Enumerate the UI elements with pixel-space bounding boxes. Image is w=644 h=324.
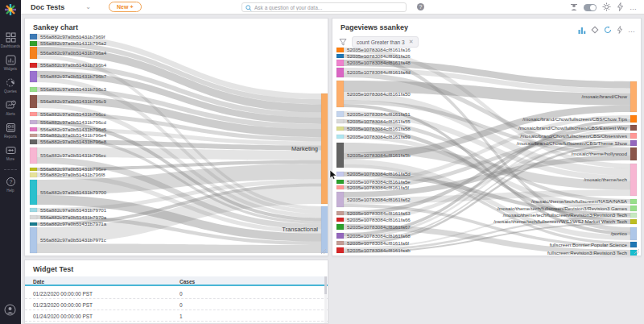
column-header-cases[interactable]: Cases bbox=[180, 279, 195, 285]
sidebar-item-alerts[interactable]: Alerts bbox=[0, 100, 21, 116]
sankey-node-left[interactable] bbox=[30, 47, 37, 59]
filter-chip[interactable]: count Greater than 3 ✕ bbox=[352, 36, 419, 48]
search-input[interactable] bbox=[254, 5, 399, 10]
sankey-node-left[interactable] bbox=[30, 168, 37, 171]
sankey-node-left[interactable] bbox=[336, 81, 344, 107]
app-logo-icon[interactable] bbox=[4, 3, 17, 19]
sankey-node-left[interactable] bbox=[336, 218, 344, 222]
search-help-icon[interactable]: ? bbox=[417, 3, 424, 10]
sankey-node-label: /mosaic/theme/tech/fullscreen/NASA/NASA bbox=[531, 198, 628, 204]
sankey-node-left[interactable] bbox=[30, 63, 37, 68]
sankey-node-left[interactable] bbox=[336, 68, 344, 77]
sidebar-item-widgets[interactable]: Widgets bbox=[0, 55, 21, 71]
sankey-node-left[interactable] bbox=[336, 54, 344, 58]
sankey-node-right[interactable] bbox=[630, 147, 637, 160]
sankey-node-left[interactable] bbox=[336, 172, 344, 177]
widget-menu-icon[interactable]: … bbox=[628, 27, 636, 33]
sankey-node-left[interactable] bbox=[336, 127, 344, 131]
sankey-node-left[interactable] bbox=[336, 241, 344, 245]
sankey-node-left[interactable] bbox=[336, 60, 344, 66]
sankey-node-right[interactable] bbox=[630, 125, 637, 131]
sankey-node-left[interactable] bbox=[30, 147, 37, 164]
sankey-node-left[interactable] bbox=[336, 233, 344, 239]
sankey-node-left[interactable] bbox=[30, 180, 37, 205]
sankey-node-left[interactable] bbox=[336, 211, 344, 215]
sankey-node-right[interactable] bbox=[321, 206, 328, 253]
sankey-node-right[interactable] bbox=[630, 219, 637, 224]
sidebar-item-help[interactable]: ? Help bbox=[0, 177, 21, 193]
sankey-node-right[interactable] bbox=[630, 81, 637, 112]
new-button[interactable]: New + bbox=[109, 2, 141, 12]
sankey-node-left[interactable] bbox=[336, 119, 344, 123]
sankey-node-right[interactable] bbox=[630, 199, 637, 204]
sankey-node-left[interactable] bbox=[30, 41, 37, 46]
sankey-node-left[interactable] bbox=[30, 134, 37, 137]
edit-mode-toggle[interactable] bbox=[584, 4, 597, 11]
funnel-icon[interactable] bbox=[339, 35, 347, 49]
widget-test-table: Widget Test Date Cases 01/22/2020 00:00:… bbox=[24, 260, 328, 324]
sankey-node-label: 556a882c97a0b51431b796b4 bbox=[40, 62, 107, 68]
sankey-node-left[interactable] bbox=[30, 139, 37, 144]
sankey-link[interactable] bbox=[37, 243, 321, 253]
sankey-node-right[interactable] bbox=[630, 133, 637, 139]
column-header-date[interactable]: Date bbox=[33, 279, 44, 285]
sankey-node-label: 52035e10783084cf8161fa5d bbox=[347, 171, 411, 177]
sankey-node-left[interactable] bbox=[30, 34, 37, 39]
refresh-icon[interactable] bbox=[604, 23, 612, 37]
resize-grip-icon[interactable] bbox=[321, 249, 326, 254]
sankey-node-left[interactable] bbox=[336, 111, 344, 117]
sankey-node-left[interactable] bbox=[336, 247, 344, 253]
table-row[interactable]: 01/22/2020 00:00:00 PST0 bbox=[25, 288, 328, 299]
more-options-icon[interactable]: … bbox=[630, 4, 638, 10]
sankey-node-left[interactable] bbox=[30, 222, 37, 226]
sankey-node-left[interactable] bbox=[30, 127, 37, 131]
chart-type-icon[interactable] bbox=[578, 23, 586, 37]
sankey-node-left[interactable] bbox=[336, 143, 344, 168]
resize-grip-icon[interactable] bbox=[634, 249, 639, 254]
sidebar-item-more[interactable]: More bbox=[0, 145, 21, 161]
sankey-node-left[interactable] bbox=[30, 172, 37, 177]
sankey-chart-left: 556a882c97a0b51431b7969f556a882c97a0b514… bbox=[25, 19, 328, 255]
lightning-icon[interactable] bbox=[617, 0, 624, 15]
sankey-node-right[interactable] bbox=[630, 242, 637, 247]
lightning-icon[interactable] bbox=[617, 23, 623, 37]
svg-text:?: ? bbox=[9, 179, 12, 185]
sankey-node-label: 52035e10783084cf8161fa59 bbox=[347, 134, 411, 139]
sankey-node-left[interactable] bbox=[336, 224, 344, 230]
viewer-icon[interactable] bbox=[570, 0, 578, 15]
sankey-node-left[interactable] bbox=[30, 87, 37, 92]
sankey-node-right[interactable] bbox=[630, 140, 637, 146]
sankey-node-right[interactable] bbox=[630, 164, 637, 196]
chevron-down-icon[interactable]: ⌄ bbox=[85, 3, 91, 10]
sankey-node-right[interactable] bbox=[630, 213, 637, 218]
sankey-node-right[interactable] bbox=[630, 227, 637, 240]
sankey-node-left[interactable] bbox=[30, 112, 37, 116]
search-bar[interactable] bbox=[242, 2, 407, 12]
sankey-node-left[interactable] bbox=[336, 135, 344, 139]
sankey-node-left[interactable] bbox=[336, 180, 344, 184]
sidebar-item-dashboards[interactable]: Dashboards bbox=[0, 32, 21, 48]
table-row[interactable]: 01/23/2020 00:00:00 PST0 bbox=[25, 299, 328, 310]
sidebar-item-queries[interactable]: Queries bbox=[0, 77, 21, 93]
sankey-node-right[interactable] bbox=[630, 206, 637, 211]
table-row[interactable]: 01/24/2020 00:00:00 PST1 bbox=[25, 310, 328, 322]
sankey-node-left[interactable] bbox=[30, 227, 37, 253]
dashboard-title[interactable]: Doc Tests bbox=[31, 3, 64, 11]
drill-diamond-icon[interactable] bbox=[591, 23, 599, 37]
sankey-node-right[interactable] bbox=[630, 115, 637, 123]
user-avatar[interactable] bbox=[4, 304, 16, 319]
sankey-node-label: 52035e10783084cf8161fa4d bbox=[347, 69, 411, 75]
table-scrollbar[interactable] bbox=[324, 276, 327, 323]
sankey-node-right[interactable] bbox=[321, 93, 328, 204]
sankey-node-left[interactable] bbox=[30, 215, 37, 219]
sankey-node-left[interactable] bbox=[30, 120, 37, 124]
sankey-node-left[interactable] bbox=[336, 192, 344, 207]
remove-filter-icon[interactable]: ✕ bbox=[409, 39, 414, 45]
sankey-node-left[interactable] bbox=[30, 208, 37, 212]
sankey-node-left[interactable] bbox=[336, 185, 344, 189]
sankey-node-left[interactable] bbox=[30, 71, 37, 82]
sankey-node-label: 556a882c97a0b51431b796c9 bbox=[40, 98, 106, 104]
gear-icon[interactable] bbox=[602, 0, 611, 15]
sankey-node-left[interactable] bbox=[30, 95, 37, 108]
sidebar-item-reports[interactable]: Reports bbox=[0, 123, 21, 139]
